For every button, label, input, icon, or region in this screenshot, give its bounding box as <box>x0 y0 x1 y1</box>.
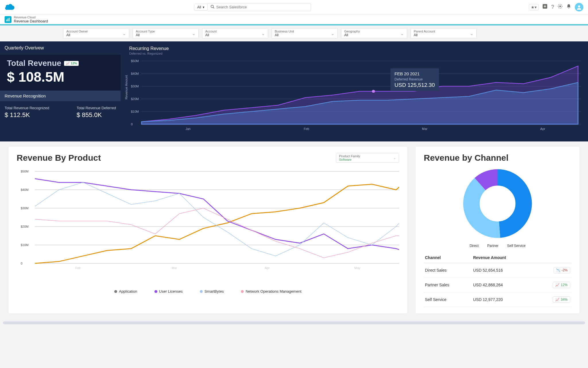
channel-table: Channel Revenue Amount Direct SalesUSD 5… <box>424 252 571 307</box>
page-title-block: Revenue Cloud Revenue Dashboard <box>14 16 48 23</box>
chevron-down-icon: ⌄ <box>122 31 126 36</box>
y-tick: $20M <box>131 97 139 101</box>
recurring-title: Recurring Revenue <box>129 46 581 51</box>
x-tick: May <box>354 266 360 270</box>
recognized-block: Total Revenue Recognized $ 112.5K <box>5 106 49 119</box>
x-tick: Feb <box>75 266 81 270</box>
recurring-revenue-chart-area: Recurring Revenue Deferred vs. Regonized… <box>121 41 588 141</box>
y-tick: 0 <box>21 262 22 265</box>
product-family-dropdown[interactable]: Product Family Software ⌄ <box>336 153 399 163</box>
dashboard-icon <box>5 16 11 23</box>
total-revenue-block: Total Revenue 📈 12% $ 108.5M <box>0 55 121 91</box>
x-tick: Mar <box>172 266 177 270</box>
deferred-block: Total Revenue Deferred $ 855.0K <box>77 106 116 119</box>
chevron-down-icon: ⌄ <box>331 31 334 36</box>
header-actions: ★▾ ? <box>529 3 583 12</box>
svg-rect-5 <box>6 20 7 21</box>
svg-point-4 <box>578 5 580 7</box>
page-context: Revenue Cloud <box>14 16 48 19</box>
y-axis-label: Revenue Amount <box>125 75 128 99</box>
y-tick: $50M <box>21 170 29 173</box>
legend-item: Direct <box>470 244 479 248</box>
trend-badge: 📈 12% <box>64 61 79 66</box>
global-header: All ▾ ★▾ ? <box>0 0 588 14</box>
x-tick: Apr <box>540 127 545 131</box>
by-product-chart[interactable]: $50M$40M$30M$20M$10M0 FebMarAprMay <box>17 168 399 286</box>
filter-dropdown[interactable]: Business UnitAll⌄ <box>272 28 338 39</box>
chevron-down-icon: ▾ <box>203 5 204 9</box>
trend-badge: 📈34% <box>553 296 570 303</box>
page-title: Revenue Dashboard <box>14 19 48 23</box>
chevron-down-icon: ⌄ <box>192 31 196 36</box>
legend-item: Partner <box>487 244 498 248</box>
trend-badge: 📈12% <box>553 282 570 288</box>
trend-badge: 📉-2% <box>554 267 570 273</box>
search-scope-label: All <box>197 5 201 9</box>
total-revenue-label: Total Revenue 📈 12% <box>7 59 114 68</box>
recurring-chart[interactable]: $50M$40M$30M$20M$10M0 JanFebMarApr FEB 2… <box>129 58 581 139</box>
search-input[interactable] <box>216 5 308 9</box>
user-avatar[interactable] <box>575 3 583 12</box>
add-icon[interactable] <box>542 3 548 11</box>
x-tick: Feb <box>304 127 309 131</box>
y-tick: $30M <box>131 85 139 88</box>
overview-left: Quarterly Overivew Total Revenue 📈 12% $… <box>0 41 121 141</box>
svg-point-14 <box>372 90 375 93</box>
page-header: Revenue Cloud Revenue Dashboard <box>0 14 588 25</box>
quarterly-overview-label: Quarterly Overivew <box>0 41 121 55</box>
lower-row: Product Family Software ⌄ Revenue By Pro… <box>0 141 588 319</box>
global-search: All ▾ <box>194 3 311 11</box>
x-tick: Apr <box>265 266 270 270</box>
filters-row: Account OwnerAll⌄Account TypeAll⌄Account… <box>0 25 588 41</box>
by-channel-title: Revenue by Channel <box>424 153 571 163</box>
legend-item: SmartBytes <box>200 289 224 294</box>
svg-line-1 <box>213 7 214 8</box>
overview-band: Quarterly Overivew Total Revenue 📈 12% $… <box>0 41 588 141</box>
donut-chart[interactable] <box>424 166 571 241</box>
favorites-button[interactable]: ★▾ <box>529 4 539 10</box>
svg-point-3 <box>559 5 561 7</box>
y-tick: $40M <box>131 72 139 75</box>
filter-dropdown[interactable]: GeographyAll⌄ <box>341 28 407 39</box>
search-icon <box>210 5 214 10</box>
revenue-recognition-tab[interactable]: Revenue Recognition <box>0 91 121 101</box>
search-scope-button[interactable]: All ▾ <box>194 4 208 11</box>
chevron-down-icon: ⌄ <box>393 156 396 160</box>
y-tick: 0 <box>131 122 133 126</box>
filter-dropdown[interactable]: AccountAll⌄ <box>202 28 268 39</box>
recurring-subtitle: Deferred vs. Regonized <box>129 52 581 55</box>
revenue-by-product-card: Product Family Software ⌄ Revenue By Pro… <box>9 147 407 313</box>
help-icon[interactable]: ? <box>551 4 554 10</box>
chart-tooltip: FEB 20 2021 Deferred Revenue USD 125,512… <box>390 68 439 91</box>
filter-dropdown[interactable]: Parent AccountAll⌄ <box>411 28 477 39</box>
y-tick: $50M <box>131 59 139 63</box>
totals-row: Total Revenue Recognized $ 112.5K Total … <box>0 101 121 123</box>
legend-item: User Licenses <box>154 289 183 294</box>
table-row: Self ServiceUSD 12,977,220📈34% <box>424 292 571 307</box>
table-row: Direct SalesUSD 52,654,516📉-2% <box>424 263 571 278</box>
search-box[interactable] <box>208 3 311 11</box>
y-tick: $10M <box>131 110 139 113</box>
y-tick: $30M <box>21 206 29 210</box>
chevron-down-icon: ⌄ <box>400 31 404 36</box>
legend-item: Network Operations Management <box>241 289 301 294</box>
y-tick: $20M <box>21 225 29 228</box>
y-tick: $10M <box>21 243 29 247</box>
filter-dropdown[interactable]: Account TypeAll⌄ <box>133 28 199 39</box>
y-tick: $40M <box>21 188 29 191</box>
chevron-down-icon: ⌄ <box>261 31 265 36</box>
revenue-by-channel-card: Revenue by Channel DirectPartnerSelf Ser… <box>416 147 579 313</box>
x-tick: Jan <box>185 127 191 131</box>
horizontal-scrollbar[interactable] <box>3 321 585 324</box>
bell-icon[interactable] <box>566 4 571 10</box>
legend-item: Self Service <box>507 244 525 248</box>
salesforce-cloud-icon <box>5 4 15 11</box>
channel-legend: DirectPartnerSelf Service <box>424 244 571 248</box>
svg-rect-7 <box>9 18 10 21</box>
x-tick: Mar <box>422 127 428 131</box>
chevron-down-icon: ⌄ <box>470 31 473 36</box>
legend-item: Application <box>114 289 137 294</box>
filter-dropdown[interactable]: Account OwnerAll⌄ <box>63 28 129 39</box>
gear-icon[interactable] <box>558 4 563 10</box>
total-revenue-value: $ 108.5M <box>7 69 114 85</box>
